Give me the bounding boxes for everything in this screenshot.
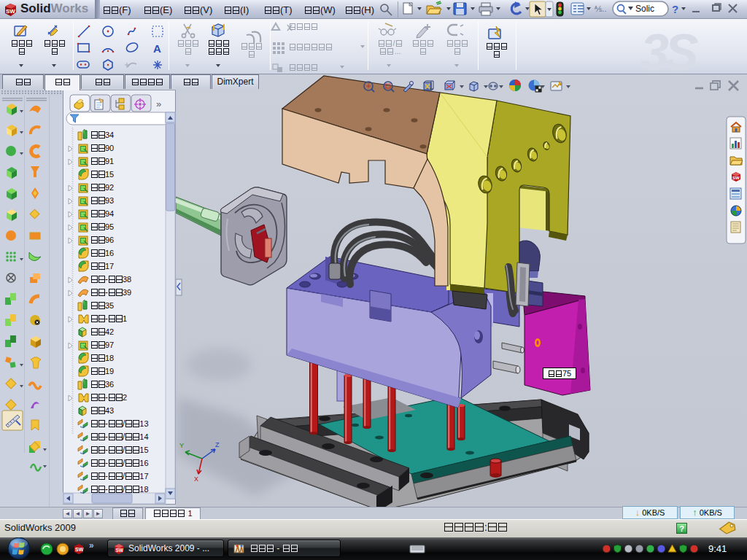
svg-text:A: A [153, 42, 161, 55]
svg-text:X: X [194, 475, 198, 483]
svg-text:SW: SW [75, 547, 84, 552]
svg-text:Z: Z [215, 441, 220, 448]
svg-text:?: ? [672, 3, 678, 15]
svg-text:SW: SW [732, 176, 740, 180]
svg-text:SW: SW [116, 548, 124, 553]
svg-text:Y: Y [179, 442, 184, 449]
svg-text:Solic: Solic [635, 4, 654, 14]
svg-text:»: » [89, 540, 94, 551]
svg-text:⅍..: ⅍.. [594, 4, 606, 13]
